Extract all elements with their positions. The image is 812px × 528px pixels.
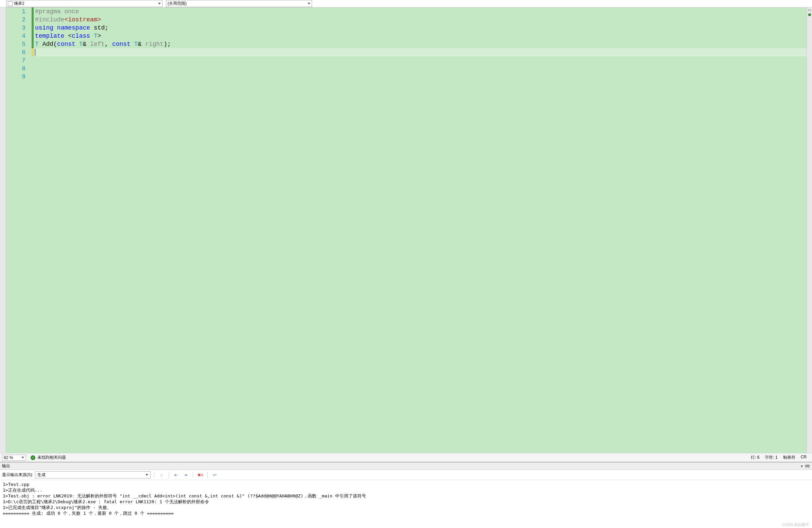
code-line[interactable]: using namespace std; xyxy=(35,24,812,32)
cursor-line: 行: 6 xyxy=(751,455,759,461)
indent-mode: 制表符 xyxy=(783,455,795,461)
pin-icon[interactable]: ➿ xyxy=(805,464,810,469)
code-line[interactable] xyxy=(35,48,812,56)
chevron-down-icon xyxy=(145,474,148,476)
vertical-scrollbar[interactable]: ▭ ▴ xyxy=(807,7,812,453)
toolbar-separator xyxy=(207,472,208,478)
zoom-value: 82 % xyxy=(4,455,13,460)
code-line[interactable]: #pragma once xyxy=(35,7,812,16)
zoom-level-select[interactable]: 82 % xyxy=(2,455,26,461)
file-icon xyxy=(8,1,13,6)
output-source-label: 显示输出来源(S): xyxy=(2,472,33,478)
file-context-value: 继承2 xyxy=(14,1,25,6)
toolbar-separator xyxy=(193,472,193,478)
output-source-value: 生成 xyxy=(38,472,45,478)
scroll-position-marker xyxy=(808,14,811,16)
cursor-char: 字符: 1 xyxy=(765,455,777,461)
code-line[interactable]: #include<iostream> xyxy=(35,16,812,24)
output-title-bar: 输出 ▾ ➿ xyxy=(0,463,812,470)
context-bar: 继承2 (全局范围) xyxy=(0,0,812,7)
word-wrap-icon[interactable]: ↩ xyxy=(211,472,219,479)
editor-status-bar: 82 % ✓ 未找到相关问题 行: 6 字符: 1 制表符 CR xyxy=(0,453,812,462)
clear-all-icon[interactable]: ✖≡ xyxy=(197,472,204,479)
scope-dropdown[interactable]: (全局范围) xyxy=(166,0,312,7)
toolbar-separator xyxy=(169,472,169,478)
line-number: 1 xyxy=(6,7,26,16)
issues-status-text: 未找到相关问题 xyxy=(38,455,66,461)
code-line[interactable] xyxy=(35,64,812,73)
line-number: 2 xyxy=(6,16,26,24)
line-number: 8 xyxy=(6,64,26,73)
scroll-split-icon[interactable]: ▭ xyxy=(807,7,812,12)
dropdown-icon[interactable]: ▾ xyxy=(801,464,803,469)
output-toolbar: 显示输出来源(S): 生成 ≤ ⇤ ⇥ ✖≡ ↩ xyxy=(0,470,812,480)
line-number: 4 xyxy=(6,32,26,40)
check-icon: ✓ xyxy=(31,455,35,460)
code-line[interactable]: template <class T> xyxy=(35,32,812,40)
output-panel: 输出 ▾ ➿ 显示输出来源(S): 生成 ≤ ⇤ ⇥ ✖≡ ↩ 1>Test.c… xyxy=(0,462,812,528)
scope-value: (全局范围) xyxy=(168,1,187,6)
goto-prev-icon[interactable]: ⇤ xyxy=(172,472,180,479)
prev-message-icon: ≤ xyxy=(158,472,165,479)
code-text-area[interactable]: #pragma once#include<iostream>using name… xyxy=(34,7,812,453)
code-editor[interactable]: 123456789 #pragma once#include<iostream>… xyxy=(0,7,812,453)
chevron-down-icon xyxy=(21,457,24,458)
goto-next-icon[interactable]: ⇥ xyxy=(182,472,189,479)
chevron-down-icon xyxy=(308,3,310,4)
code-line[interactable] xyxy=(35,56,812,64)
line-number: 6 xyxy=(6,48,26,56)
line-number: 9 xyxy=(6,73,26,81)
file-context-dropdown[interactable]: 继承2 xyxy=(6,0,162,7)
line-ending: CR xyxy=(801,455,807,461)
line-number-gutter: 123456789 xyxy=(6,7,32,453)
code-line[interactable]: T Add(const T& left, const T& right); xyxy=(35,40,812,48)
line-number: 7 xyxy=(6,56,26,64)
chevron-down-icon xyxy=(158,3,161,4)
line-number: 5 xyxy=(6,40,26,48)
text-cursor xyxy=(35,49,35,56)
output-panel-title: 输出 xyxy=(2,463,10,469)
line-number: 3 xyxy=(6,24,26,32)
toolbar-separator xyxy=(154,472,154,478)
output-text-area[interactable]: 1>Test.cpp 1>正在生成代码... 1>Test.obj : erro… xyxy=(0,480,812,528)
code-line[interactable] xyxy=(35,73,812,81)
editor-left-margin xyxy=(0,7,6,453)
output-source-select[interactable]: 生成 xyxy=(35,471,150,479)
